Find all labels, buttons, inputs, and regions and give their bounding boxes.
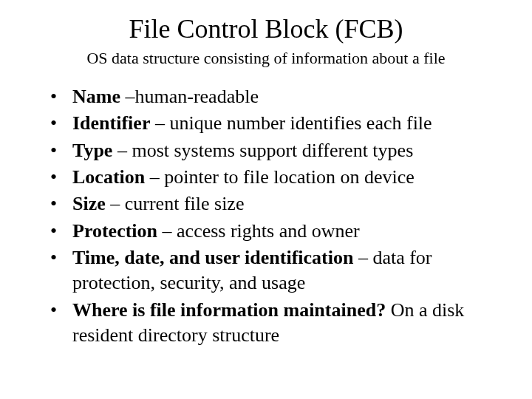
bullet-desc: – unique number identifies each file xyxy=(150,112,432,134)
list-item: Location – pointer to file location on d… xyxy=(50,165,502,190)
bullet-term: Size xyxy=(72,193,106,214)
slide-subtitle: OS data structure consisting of informat… xyxy=(30,49,502,68)
slide-title: File Control Block (FCB) xyxy=(30,13,502,44)
list-item: Protection – access rights and owner xyxy=(50,219,502,244)
bullet-desc: – pointer to file location on device xyxy=(145,166,415,188)
bullet-term: Type xyxy=(72,140,112,161)
bullet-term: Protection xyxy=(72,220,157,242)
list-item: Time, date, and user identification – da… xyxy=(50,245,502,296)
bullet-term: Identifier xyxy=(72,112,150,134)
bullet-term: Time, date, and user identification xyxy=(72,247,353,268)
bullet-list: Name –human-readable Identifier – unique… xyxy=(30,84,502,348)
bullet-term: Location xyxy=(72,166,145,188)
bullet-desc: – access rights and owner xyxy=(157,220,360,242)
bullet-term: Name xyxy=(72,86,120,107)
list-item: Type – most systems support different ty… xyxy=(50,138,502,163)
bullet-desc: – most systems support different types xyxy=(112,140,413,161)
list-item: Size – current file size xyxy=(50,191,502,216)
list-item: Name –human-readable xyxy=(50,84,502,109)
list-item: Where is file information maintained? On… xyxy=(50,298,502,349)
bullet-desc: – current file size xyxy=(106,193,245,214)
list-item: Identifier – unique number identifies ea… xyxy=(50,111,502,136)
bullet-desc: –human-readable xyxy=(120,86,259,107)
bullet-term: Where is file information maintained? xyxy=(72,299,386,321)
